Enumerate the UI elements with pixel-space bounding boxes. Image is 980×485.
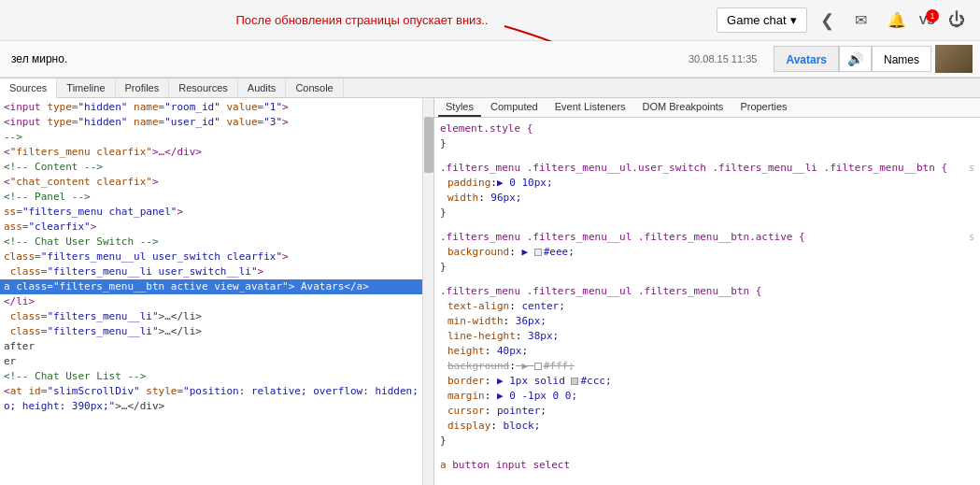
tab-timeline[interactable]: Timeline — [57, 78, 115, 97]
html-line: <"chat_content clearfix"> — [0, 175, 433, 190]
html-line: class="filters_menu__li">…</li> — [0, 324, 433, 339]
power-button[interactable]: ⏻ — [941, 7, 973, 34]
css-panel-container: Styles Computed Event Listeners DOM Brea… — [434, 98, 980, 485]
html-line: <input type="hidden" name="room_id" valu… — [0, 100, 433, 115]
devtools-panel: Sources Timeline Profiles Resources Audi… — [0, 78, 980, 485]
html-line: class="filters_menu__li user_switch__li"… — [0, 264, 433, 279]
css-tab-computed[interactable]: Computed — [483, 98, 546, 117]
game-chat-button[interactable]: Game chat ▾ — [717, 7, 807, 33]
html-line: <!-- Content --> — [0, 160, 433, 175]
devtools-tabs: Sources Timeline Profiles Resources Audi… — [0, 78, 980, 98]
html-line: ass="clearfix"> — [0, 220, 433, 235]
html-scroll[interactable]: <input type="hidden" name="room_id" valu… — [0, 98, 433, 485]
vs-badge-count: 1 — [926, 9, 939, 22]
css-tab-event-listeners[interactable]: Event Listeners — [547, 98, 633, 117]
top-bar-right: Game chat ▾ ❮ ✉ 🔔 VS 1 ⏻ — [717, 7, 973, 35]
css-panel-tabs: Styles Computed Event Listeners DOM Brea… — [434, 98, 980, 118]
css-tab-properties[interactable]: Properties — [732, 98, 794, 117]
html-line: <!-- Panel --> — [0, 190, 433, 205]
vs-badge[interactable]: VS 1 — [919, 13, 935, 27]
html-panel: <input type="hidden" name="room_id" valu… — [0, 98, 434, 485]
html-scrollbar[interactable] — [422, 98, 433, 485]
tab-resources[interactable]: Resources — [169, 78, 238, 97]
css-rule-element-style: element.style { } — [440, 121, 974, 151]
css-panel[interactable]: element.style { } .filters_menu .filters… — [434, 118, 980, 485]
tab-sources[interactable]: Sources — [0, 78, 57, 98]
css-tab-dom-breakpoints[interactable]: DOM Breakpoints — [635, 98, 731, 117]
html-line: <"filters_menu clearfix">…</div> — [0, 145, 433, 160]
chat-top-text: зел мирно. — [7, 52, 384, 65]
html-line: class="filters_menu__li">…</li> — [0, 309, 433, 324]
css-rule-3: .filters_menu .filters_menu__ul .filters… — [440, 230, 974, 275]
html-line: <at id="slimScrollDiv" style="position: … — [0, 384, 433, 399]
html-scrollbar-thumb — [424, 117, 433, 173]
top-bar: После обновления страницы опускает вниз.… — [0, 0, 980, 41]
html-line: <!-- Chat User Switch --> — [0, 235, 433, 250]
tab-profiles[interactable]: Profiles — [116, 78, 170, 97]
html-line: <!-- Chat User List --> — [0, 369, 433, 384]
html-line: after — [0, 339, 433, 354]
html-line: <input type="hidden" name="user_id" valu… — [0, 115, 433, 130]
avatars-button[interactable]: Avatars — [774, 46, 839, 72]
html-line: o; height: 390px;">…</div> — [0, 399, 433, 414]
tab-audits[interactable]: Audits — [238, 78, 287, 97]
css-bottom-note: a button input select — [440, 458, 974, 473]
html-line: --> — [0, 130, 433, 145]
bell-button[interactable]: 🔔 — [880, 7, 914, 33]
tab-console[interactable]: Console — [286, 78, 343, 97]
thumbnail-image — [935, 45, 973, 73]
css-rule-4: .filters_menu .filters_menu__ul .filters… — [440, 284, 974, 449]
dropdown-arrow-icon: ▾ — [790, 13, 797, 27]
game-chat-label: Game chat — [727, 13, 787, 27]
timestamp: 30.08.15 11:35 — [384, 53, 764, 64]
html-line-selected[interactable]: a class="filters_menu__btn active view_a… — [0, 279, 433, 294]
mail-button[interactable]: ✉ — [847, 7, 874, 33]
html-line: class="filters_menu__ul user_switch clea… — [0, 250, 433, 264]
html-line: er — [0, 354, 433, 369]
html-line: </li> — [0, 294, 433, 309]
annotation-text: После обновления страницы опускает вниз.… — [7, 13, 717, 27]
css-tab-styles[interactable]: Styles — [438, 98, 481, 117]
devtools-body: <input type="hidden" name="room_id" valu… — [0, 98, 980, 485]
css-rule-2: .filters_menu .filters_menu__ul.user_swi… — [440, 161, 974, 221]
sound-button[interactable]: 🔊 — [839, 46, 872, 72]
nav-back-button[interactable]: ❮ — [813, 7, 842, 35]
names-button[interactable]: Names — [872, 46, 931, 72]
html-line: ss="filters_menu chat_panel"> — [0, 205, 433, 220]
